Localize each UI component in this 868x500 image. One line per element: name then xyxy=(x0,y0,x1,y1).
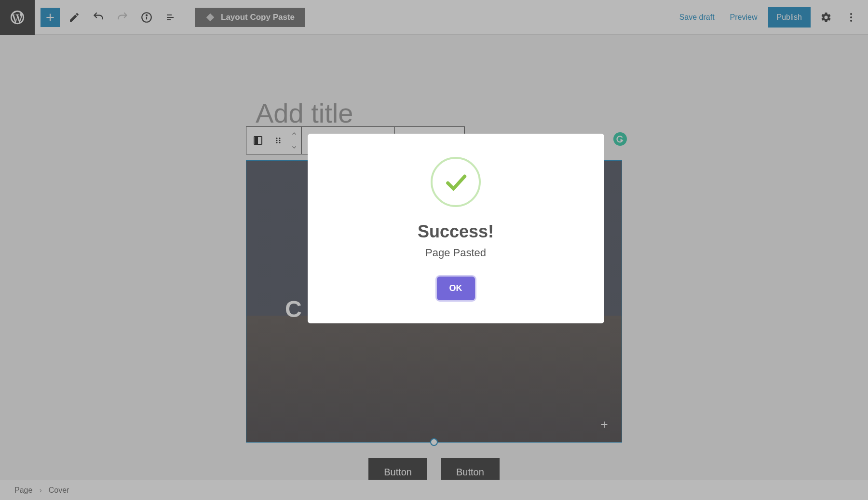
success-icon-circle xyxy=(431,157,481,207)
success-modal: Success! Page Pasted OK xyxy=(308,134,604,323)
checkmark-icon xyxy=(442,168,469,195)
modal-title: Success! xyxy=(418,222,494,242)
modal-overlay[interactable]: Success! Page Pasted OK xyxy=(0,0,868,500)
modal-ok-button[interactable]: OK xyxy=(437,277,475,300)
modal-message: Page Pasted xyxy=(425,247,486,259)
